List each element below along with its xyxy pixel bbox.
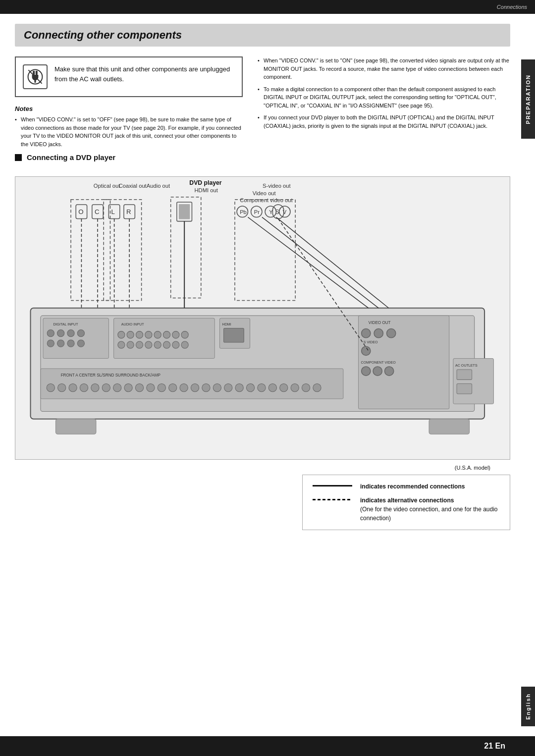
svg-text:C: C [95, 208, 100, 216]
svg-text:COMPONENT VIDEO: COMPONENT VIDEO [361, 361, 396, 365]
svg-point-63 [145, 341, 152, 348]
english-label: English [525, 693, 531, 720]
usa-model-text: (U.S.A. model) [15, 465, 490, 471]
svg-text:O: O [78, 208, 83, 216]
svg-point-102 [246, 384, 254, 392]
svg-text:L: L [111, 208, 114, 216]
svg-text:S-video out: S-video out [263, 183, 291, 189]
svg-point-97 [191, 384, 199, 392]
svg-point-101 [235, 384, 243, 392]
svg-point-65 [163, 341, 170, 348]
svg-point-87 [80, 384, 88, 392]
svg-point-49 [77, 340, 84, 347]
page-title-wrapper: Connecting other components [15, 24, 510, 47]
dvd-heading-square [15, 154, 22, 161]
svg-point-98 [202, 384, 210, 392]
svg-point-56 [154, 331, 161, 338]
svg-point-44 [67, 330, 74, 337]
svg-text:R: R [126, 208, 131, 216]
svg-text:Coaxial out: Coaxial out [119, 183, 147, 189]
svg-point-75 [387, 329, 396, 338]
page-title: Connecting other components [24, 29, 501, 42]
svg-point-105 [280, 384, 288, 392]
svg-point-103 [258, 384, 266, 392]
svg-text:V: V [283, 209, 287, 215]
svg-point-52 [118, 331, 125, 338]
svg-text:Component video out: Component video out [240, 197, 293, 203]
svg-point-81 [384, 367, 393, 376]
left-column: Make sure that this unit and other compo… [15, 56, 243, 167]
svg-text:AC OUTLETS: AC OUTLETS [455, 364, 478, 368]
svg-rect-3 [34, 80, 36, 83]
svg-point-58 [172, 331, 179, 338]
legend-solid-text: indicates recommended connections [360, 482, 465, 491]
preparation-side-tab: PREPARATION [521, 59, 535, 139]
legend-box: indicates recommended connections indica… [302, 475, 510, 530]
svg-text:S VIDEO: S VIDEO [364, 340, 378, 344]
legend-line-dashed [313, 499, 352, 500]
dvd-heading-text: Connecting a DVD player [27, 153, 115, 162]
svg-point-91 [124, 384, 132, 392]
svg-point-67 [181, 341, 188, 348]
svg-point-66 [172, 341, 179, 348]
svg-point-93 [147, 384, 155, 392]
svg-point-61 [127, 341, 134, 348]
preparation-label: PREPARATION [525, 74, 531, 124]
svg-point-59 [181, 331, 188, 338]
svg-rect-23 [179, 204, 190, 219]
svg-point-90 [113, 384, 121, 392]
svg-point-86 [69, 384, 77, 392]
svg-text:VIDEO OUT: VIDEO OUT [369, 321, 391, 325]
main-content: Connecting other components [0, 14, 535, 540]
svg-text:HDMI out: HDMI out [195, 187, 218, 193]
svg-text:Optical out: Optical out [94, 183, 120, 189]
bottom-bar: 21 En [0, 736, 535, 756]
svg-point-55 [145, 331, 152, 338]
dvd-connection-diagram: Optical out Coaxial out Audio out DVD pl… [15, 177, 510, 459]
note-item: When "VIDEO CONV." is set to "OFF" (see … [15, 115, 243, 148]
svg-point-100 [224, 384, 232, 392]
page-number: 21 En [484, 742, 505, 751]
svg-point-99 [213, 384, 221, 392]
ac-plug-icon [25, 67, 45, 87]
diagram-area: Optical out Coaxial out Audio out DVD pl… [15, 176, 510, 460]
svg-point-64 [154, 341, 161, 348]
right-bullet-2: If you connect your DVD player to both t… [258, 113, 510, 130]
legend-solid-label: indicates recommended connections [360, 482, 465, 491]
svg-text:Pb: Pb [240, 209, 247, 215]
svg-text:AUDIO INPUT: AUDIO INPUT [121, 323, 144, 326]
svg-rect-70 [224, 328, 244, 343]
legend-dashed-sub: (One for the video connection, and one f… [360, 506, 498, 522]
svg-text:Y: Y [269, 209, 273, 215]
right-bullet-1: To make a digital connection to a compon… [258, 85, 510, 110]
svg-point-94 [158, 384, 165, 392]
svg-point-108 [313, 384, 321, 392]
english-side-tab: English [521, 687, 535, 726]
legend-item-solid: indicates recommended connections [313, 482, 500, 491]
svg-point-57 [163, 331, 170, 338]
svg-point-42 [47, 330, 54, 337]
svg-point-107 [302, 384, 310, 392]
svg-text:Audio out: Audio out [147, 183, 170, 189]
notes-section: Notes When "VIDEO CONV." is set to "OFF"… [15, 105, 243, 148]
svg-point-46 [47, 340, 54, 347]
svg-point-89 [102, 384, 110, 392]
svg-rect-111 [457, 370, 472, 379]
notes-title: Notes [15, 105, 243, 112]
svg-point-106 [291, 384, 299, 392]
svg-text:HDMI: HDMI [222, 323, 231, 326]
top-header-bar: Connections [0, 0, 535, 14]
svg-point-96 [180, 384, 188, 392]
svg-point-48 [67, 340, 74, 347]
svg-point-54 [136, 331, 143, 338]
svg-point-95 [169, 384, 177, 392]
svg-text:DVD player: DVD player [189, 179, 221, 186]
legend-wrapper: indicates recommended connections indica… [15, 475, 510, 530]
dvd-heading: Connecting a DVD player [15, 153, 243, 162]
svg-point-88 [91, 384, 99, 392]
svg-point-77 [362, 346, 371, 355]
svg-text:DIGITAL INPUT: DIGITAL INPUT [53, 323, 78, 326]
svg-point-45 [77, 330, 84, 337]
warning-box: Make sure that this unit and other compo… [15, 56, 243, 97]
svg-point-80 [373, 367, 382, 376]
